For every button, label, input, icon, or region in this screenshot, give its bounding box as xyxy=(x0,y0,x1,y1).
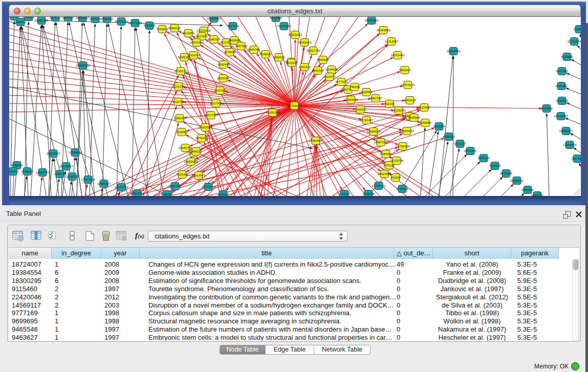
svg-text:15751074: 15751074 xyxy=(567,39,581,43)
svg-text:1167534: 1167534 xyxy=(571,157,581,160)
svg-text:1112094: 1112094 xyxy=(574,27,581,31)
